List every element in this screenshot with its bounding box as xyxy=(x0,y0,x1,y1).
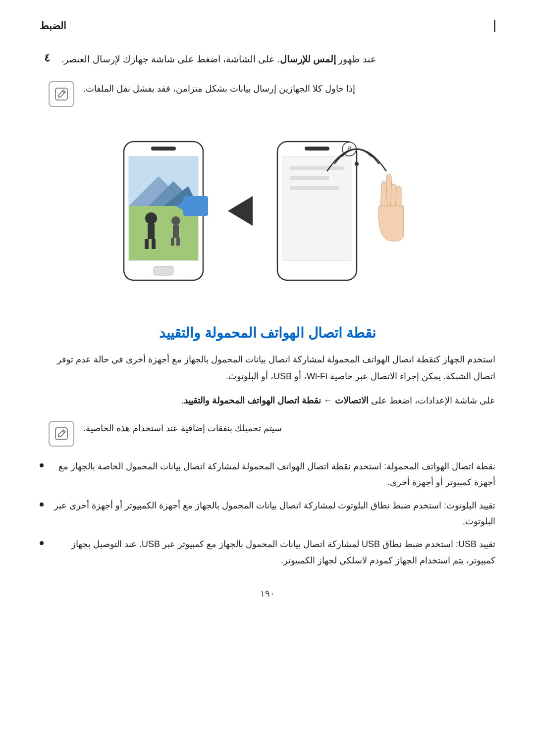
svg-rect-30 xyxy=(290,176,329,180)
bullet-bold-0: نقطة اتصال الهواتف المحمولة xyxy=(386,461,495,471)
bullet-item-1: تقييد البلوتوث: استخدم ضبط نطاق البلوتوث… xyxy=(40,498,495,530)
page-number: ١٩٠ xyxy=(40,588,495,599)
note-box-1: إذا حاول كلا الجهازين إرسال بيانات بشكل … xyxy=(40,76,495,112)
hand-illustration xyxy=(378,174,404,241)
svg-rect-14 xyxy=(145,239,149,249)
bullet-text-2: : استخدم ضبط نطاق USB لمشاركة اتصال بيان… xyxy=(71,539,495,565)
section-heading: نقطة اتصال الهواتف المحمولة والتقييد xyxy=(40,325,495,341)
svg-rect-5 xyxy=(154,266,173,275)
nav-text-before: على شاشة الإعدادات، اضغط على xyxy=(369,396,495,405)
nav-bold-2: نقطة اتصال الهواتف المحمولة والتقييد xyxy=(184,396,321,405)
svg-rect-13 xyxy=(148,224,155,239)
note-icon-2 xyxy=(49,421,74,447)
step-section: عند ظهور إلمس للإرسال. على الشاشة، اضغط … xyxy=(40,51,495,112)
svg-rect-19 xyxy=(176,238,180,246)
svg-rect-18 xyxy=(171,238,174,246)
bullet-text-1: : استخدم ضبط نطاق البلوتوث لمشاركة اتصال… xyxy=(54,501,495,526)
bullet-item-0: نقطة اتصال الهواتف المحمولة: استخدم نقطة… xyxy=(40,458,495,491)
big-arrow xyxy=(228,196,253,226)
step-text: عند ظهور إلمس للإرسال. على الشاشة، اضغط … xyxy=(61,51,376,67)
step-bold-text: إلمس للإرسال xyxy=(280,54,336,64)
bullet-bold-1: تقييد البلوتوث xyxy=(446,501,495,510)
bullet-item-text-0: نقطة اتصال الهواتف المحمولة: استخدم نقطة… xyxy=(49,458,495,491)
svg-rect-20 xyxy=(183,196,208,216)
bullet-item-text-1: تقييد البلوتوث: استخدم ضبط نطاق البلوتوث… xyxy=(49,498,495,530)
bullet-list: نقطة اتصال الهواتف المحمولة: استخدم نقطة… xyxy=(40,458,495,568)
note-icon-1 xyxy=(49,81,74,107)
svg-rect-17 xyxy=(173,225,179,238)
svg-rect-25 xyxy=(305,147,329,151)
svg-rect-29 xyxy=(290,166,344,170)
step-text-after-bold: . على الشاشة، اضغط على شاشة جهازك لإرسال… xyxy=(61,54,280,64)
note-box-2: سيتم تحميلك بنفقات إضافية عند استخدام هذ… xyxy=(40,416,495,452)
phones-illustration: 8 xyxy=(94,127,441,305)
svg-point-12 xyxy=(145,212,157,224)
bullet-dot-2 xyxy=(40,541,44,545)
nav-instruction: على شاشة الإعدادات، اضغط على الاتصالات ←… xyxy=(40,392,495,409)
intro-paragraph: استخدم الجهاز كنقطة اتصال الهواتف المحمو… xyxy=(40,351,495,385)
svg-rect-31 xyxy=(290,186,339,190)
svg-rect-28 xyxy=(282,156,352,260)
step-row: عند ظهور إلمس للإرسال. على الشاشة، اضغط … xyxy=(40,51,495,67)
bullet-item-2: تقييد USB: استخدم ضبط نطاق USB لمشاركة ا… xyxy=(40,536,495,568)
page-wrapper: الضبط عند ظهور إلمس للإرسال. على الشاشة،… xyxy=(0,0,535,629)
svg-point-32 xyxy=(355,162,359,166)
right-phone: 8 xyxy=(277,142,357,280)
svg-rect-15 xyxy=(152,239,156,249)
step-text-before-bold: عند ظهور xyxy=(336,54,376,64)
svg-rect-4 xyxy=(151,147,176,151)
note-pencil-icon xyxy=(54,86,69,102)
note-text-2: سيتم تحميلك بنفقات إضافية عند استخدام هذ… xyxy=(83,421,282,436)
nav-arrow: ← xyxy=(321,396,335,405)
header-title: الضبط xyxy=(40,20,66,32)
svg-point-16 xyxy=(171,216,180,225)
step-number: ٤ xyxy=(40,51,54,64)
illustration-area: 8 xyxy=(40,127,495,305)
header-section: الضبط xyxy=(40,20,495,32)
svg-marker-22 xyxy=(228,196,253,226)
bullet-bold-2: تقييد USB xyxy=(458,539,495,549)
bullet-item-text-2: تقييد USB: استخدم ضبط نطاق USB لمشاركة ا… xyxy=(49,536,495,568)
svg-rect-0 xyxy=(55,88,67,100)
bullet-dot-1 xyxy=(40,503,44,506)
svg-rect-33 xyxy=(55,428,67,440)
note-pencil-icon-2 xyxy=(54,426,69,442)
nav-bold-1: الاتصالات xyxy=(335,396,369,405)
note-text-1: إذا حاول كلا الجهازين إرسال بيانات بشكل … xyxy=(83,81,355,97)
bullet-dot-0 xyxy=(40,463,44,467)
